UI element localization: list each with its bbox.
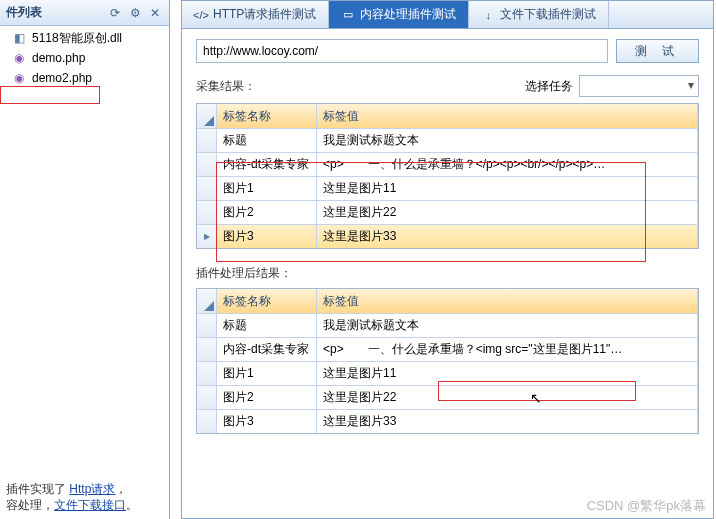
tab-label: 文件下载插件测试 bbox=[500, 6, 596, 23]
grid-corner[interactable] bbox=[197, 104, 217, 128]
left-header: 件列表 ⟳ ⚙ ✕ bbox=[0, 0, 169, 26]
table-row[interactable]: 图片1这里是图片11 bbox=[197, 176, 698, 200]
tab-content[interactable]: ▭ 内容处理插件测试 bbox=[329, 1, 469, 28]
cell-value: 我是测试标题文本 bbox=[317, 314, 698, 337]
table-row[interactable]: 图片2这里是图片22 bbox=[197, 385, 698, 409]
download-icon: ↓ bbox=[481, 8, 495, 22]
download-interface-link[interactable]: 文件下载接口 bbox=[54, 498, 126, 512]
gear-icon[interactable]: ⚙ bbox=[127, 5, 143, 21]
footer-text: 容处理， bbox=[6, 498, 54, 512]
file-name: 5118智能原创.dll bbox=[32, 30, 122, 47]
file-item[interactable]: demo.php bbox=[0, 48, 169, 68]
file-item[interactable]: 5118智能原创.dll bbox=[0, 28, 169, 48]
processed-grid: 标签名称 标签值 标题我是测试标题文本 内容-dt采集专家<p> 一、什么是承重… bbox=[196, 288, 699, 434]
tab-content-area: 测 试 采集结果： 选择任务 标签名称 标签值 标题我是测试标题文本 内容-dt… bbox=[182, 29, 713, 518]
table-row[interactable]: 图片1这里是图片11 bbox=[197, 361, 698, 385]
watermark: CSDN @繁华pk落幕 bbox=[587, 497, 706, 515]
dll-icon bbox=[14, 31, 28, 45]
cell-name: 图片1 bbox=[217, 362, 317, 385]
task-label: 选择任务 bbox=[525, 78, 573, 95]
task-select[interactable] bbox=[579, 75, 699, 97]
box-icon: ▭ bbox=[341, 8, 355, 22]
cell-name: 内容-dt采集专家 bbox=[217, 338, 317, 361]
test-button[interactable]: 测 试 bbox=[616, 39, 699, 63]
cell-name: 标题 bbox=[217, 129, 317, 152]
cell-name: 内容-dt采集专家 bbox=[217, 153, 317, 176]
col-header-name[interactable]: 标签名称 bbox=[217, 289, 317, 313]
table-row[interactable]: 图片3这里是图片33 bbox=[197, 409, 698, 433]
file-name: demo.php bbox=[32, 51, 85, 65]
section-label: 插件处理后结果： bbox=[196, 265, 292, 282]
col-header-value[interactable]: 标签值 bbox=[317, 104, 698, 128]
close-icon[interactable]: ✕ bbox=[147, 5, 163, 21]
table-row[interactable]: 标题我是测试标题文本 bbox=[197, 313, 698, 337]
tabs: </> HTTP请求插件测试 ▭ 内容处理插件测试 ↓ 文件下载插件测试 bbox=[182, 1, 713, 29]
right-panel: </> HTTP请求插件测试 ▭ 内容处理插件测试 ↓ 文件下载插件测试 测 试… bbox=[181, 0, 714, 519]
cell-name: 标题 bbox=[217, 314, 317, 337]
php-icon bbox=[14, 51, 28, 65]
file-name: demo2.php bbox=[32, 71, 92, 85]
left-panel: 件列表 ⟳ ⚙ ✕ 5118智能原创.dll demo.php demo2.ph… bbox=[0, 0, 170, 519]
cell-value: 这里是图片11 bbox=[317, 177, 698, 200]
cell-name: 图片1 bbox=[217, 177, 317, 200]
grid-corner[interactable] bbox=[197, 289, 217, 313]
tab-http[interactable]: </> HTTP请求插件测试 bbox=[182, 1, 329, 28]
php-icon bbox=[14, 71, 28, 85]
left-footer: 插件实现了 Http请求， 容处理，文件下载接口。 bbox=[0, 475, 169, 519]
file-list: 5118智能原创.dll demo.php demo2.php bbox=[0, 26, 169, 90]
tab-label: 内容处理插件测试 bbox=[360, 6, 456, 23]
tab-label: HTTP请求插件测试 bbox=[213, 6, 316, 23]
http-request-link[interactable]: Http请求 bbox=[69, 482, 115, 496]
result-grid: 标签名称 标签值 标题我是测试标题文本 内容-dt采集专家<p> 一、什么是承重… bbox=[196, 103, 699, 249]
table-row[interactable]: 标题我是测试标题文本 bbox=[197, 128, 698, 152]
cell-value: 这里是图片22 bbox=[317, 386, 698, 409]
left-title: 件列表 bbox=[6, 4, 107, 21]
file-item[interactable]: demo2.php bbox=[0, 68, 169, 88]
refresh-icon[interactable]: ⟳ bbox=[107, 5, 123, 21]
col-header-value[interactable]: 标签值 bbox=[317, 289, 698, 313]
table-row[interactable]: 内容-dt采集专家<p> 一、什么是承重墙？<img src="这里是图片11"… bbox=[197, 337, 698, 361]
cell-name: 图片2 bbox=[217, 201, 317, 224]
cell-name: 图片3 bbox=[217, 225, 317, 248]
tab-download[interactable]: ↓ 文件下载插件测试 bbox=[469, 1, 609, 28]
cell-name: 图片3 bbox=[217, 410, 317, 433]
cell-value: 这里是图片22 bbox=[317, 201, 698, 224]
col-header-name[interactable]: 标签名称 bbox=[217, 104, 317, 128]
table-row[interactable]: 图片2这里是图片22 bbox=[197, 200, 698, 224]
footer-text: 。 bbox=[126, 498, 138, 512]
url-input[interactable] bbox=[196, 39, 608, 63]
cell-value: <p> 一、什么是承重墙？<img src="这里是图片11"… bbox=[317, 338, 698, 361]
cell-value: 这里是图片33 bbox=[317, 225, 698, 248]
section-label: 采集结果： bbox=[196, 78, 256, 95]
cell-value: 这里是图片33 bbox=[317, 410, 698, 433]
cell-value: <p> 一、什么是承重墙？</p><p><br/></p><p>… bbox=[317, 153, 698, 176]
cell-value: 这里是图片11 bbox=[317, 362, 698, 385]
cell-value: 我是测试标题文本 bbox=[317, 129, 698, 152]
cell-name: 图片2 bbox=[217, 386, 317, 409]
table-row[interactable]: 图片3这里是图片33 bbox=[197, 224, 698, 248]
footer-text: 插件实现了 bbox=[6, 482, 69, 496]
table-row[interactable]: 内容-dt采集专家<p> 一、什么是承重墙？</p><p><br/></p><p… bbox=[197, 152, 698, 176]
code-icon: </> bbox=[194, 8, 208, 22]
footer-text: ， bbox=[115, 482, 127, 496]
